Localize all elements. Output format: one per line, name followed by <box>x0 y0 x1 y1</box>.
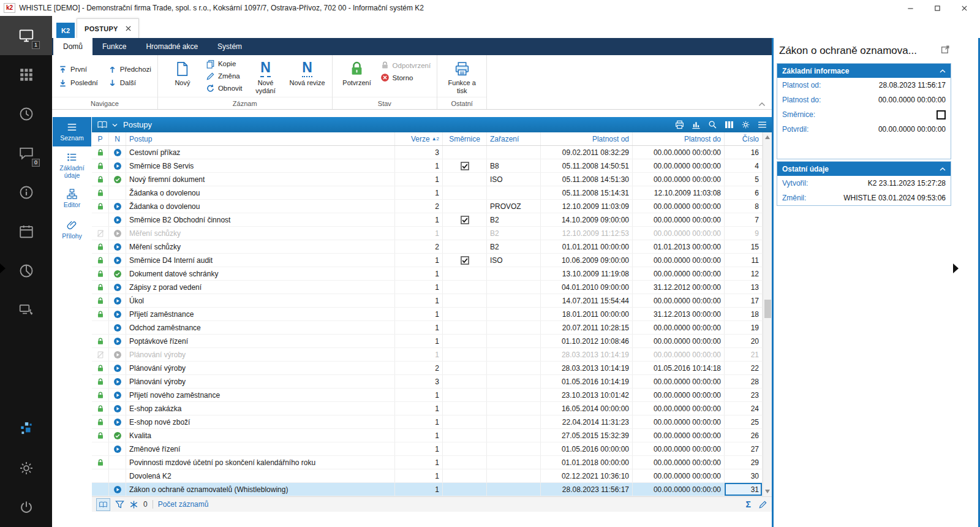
open-in-new-window-icon[interactable] <box>941 45 950 54</box>
table-row[interactable]: Směrnice D4 Interní audit1ISO10.06.2009 … <box>92 254 763 267</box>
sidebar-item-modules[interactable] <box>0 55 52 94</box>
new-issue-button[interactable]: N Nové vydání <box>247 58 284 94</box>
table-row[interactable]: Nový firemní dokument1ISO05.11.2008 14:5… <box>92 173 763 186</box>
tab-postupy[interactable]: POSTUPY <box>77 18 139 38</box>
sidebar-item-workspace[interactable]: 1 <box>0 16 52 55</box>
filter-icon[interactable] <box>115 500 124 509</box>
sidebar-item-calendar[interactable] <box>0 212 52 251</box>
nav-item-prilohy[interactable]: Přílohy <box>53 215 91 245</box>
book-icon[interactable] <box>97 121 108 129</box>
print-icon[interactable] <box>675 120 684 129</box>
vertical-scrollbar[interactable] <box>763 132 772 496</box>
table-row[interactable]: Zápisy z porad vedení104.01.2010 09:00:0… <box>92 281 763 294</box>
search-icon[interactable] <box>708 120 717 129</box>
column-header-p[interactable]: P <box>92 132 109 145</box>
scroll-down-arrow[interactable] <box>765 490 770 493</box>
table-row[interactable]: Žádanka o dovolenou105.11.2008 15:14:311… <box>92 186 763 200</box>
table-row[interactable]: Přijetí nového zaměstnance123.10.2013 10… <box>92 389 763 402</box>
splitter-collapse-handle[interactable] <box>0 264 6 273</box>
sidebar-item-settings[interactable] <box>0 449 52 488</box>
settings-icon[interactable] <box>741 120 750 129</box>
table-row[interactable]: Směrnice B8 Servis1B805.11.2008 14:50:51… <box>92 159 763 173</box>
table-row[interactable]: Plánování výroby228.03.2013 10:14:1901.0… <box>92 362 763 375</box>
maximize-button[interactable] <box>924 0 951 16</box>
close-button[interactable] <box>951 0 978 16</box>
table-row[interactable]: Cestovní příkaz309.02.2011 08:32:2900.00… <box>92 146 763 159</box>
table-row[interactable]: Změnové řízení101.05.2016 00:00:0000.00.… <box>92 442 763 456</box>
scrollbar-thumb[interactable] <box>764 300 771 318</box>
table-row[interactable]: Dovolená K2102.12.2021 10:36:1000.00.000… <box>92 469 763 483</box>
new-revision-button[interactable]: N Nová revize <box>289 58 326 94</box>
table-row[interactable]: Měření schůzky2B201.01.2011 00:00:0001.0… <box>92 240 763 254</box>
panel-collapse-handle[interactable] <box>953 264 959 273</box>
change-button[interactable]: Změna <box>206 72 243 81</box>
nav-item-editor[interactable]: Editor <box>53 184 91 213</box>
sidebar-item-history[interactable] <box>0 94 52 134</box>
previous-record-button[interactable]: Předchozi <box>108 65 151 74</box>
next-record-button[interactable]: Další <box>108 78 151 88</box>
table-row[interactable]: Přijetí zaměstnance118.01.2011 00:00:003… <box>92 308 763 321</box>
table-row[interactable]: Směrnice B2 Obchodní činnost1B214.10.200… <box>92 213 763 227</box>
confirm-button[interactable]: Potvrzení <box>339 58 375 94</box>
table-row[interactable]: Plánování výroby128.03.2013 10:14:1900.0… <box>92 348 763 362</box>
collapse-ribbon-icon[interactable] <box>758 102 766 107</box>
table-row[interactable]: Zákon o ochraně oznamovatelů (Whistleblo… <box>92 483 763 496</box>
copy-button[interactable]: Kopie <box>206 59 243 69</box>
table-row[interactable]: Dokument datové schránky113.10.2009 11:1… <box>92 267 763 281</box>
tab-k2[interactable]: K2 <box>56 23 75 38</box>
table-row[interactable]: Poptávkové řízení101.10.2012 10:08:4600.… <box>92 335 763 348</box>
chart-icon[interactable] <box>692 120 701 129</box>
table-row[interactable]: Povinnosti mzdové účetní po skončení kal… <box>92 456 763 469</box>
functions-print-button[interactable]: Funkce a tisk <box>443 58 480 94</box>
column-header-zarazeni[interactable]: Zařazení <box>487 132 541 145</box>
column-header-verze[interactable]: Verze▲2 <box>395 132 443 145</box>
ribbon-tab-domu[interactable]: Domů <box>53 38 92 55</box>
table-row[interactable]: Úkol114.07.2011 15:54:4400.00.0000 00:00… <box>92 294 763 308</box>
asterisk-icon[interactable] <box>129 500 138 509</box>
column-header-platnost-od[interactable]: Platnost od <box>541 132 633 145</box>
column-header-postup[interactable]: Postup <box>126 132 395 145</box>
sidebar-item-reports[interactable] <box>0 251 52 290</box>
table-row[interactable]: Kvalita127.05.2015 15:32:3900.00.0000 00… <box>92 429 763 442</box>
table-row[interactable]: Odchod zaměstnance120.07.2011 10:28:1500… <box>92 321 763 335</box>
ribbon-tab-system[interactable]: Systém <box>208 38 252 55</box>
ribbon-tab-funkce[interactable]: Funkce <box>92 38 136 55</box>
refresh-button[interactable]: Obnovit <box>206 84 243 93</box>
sidebar-item-power[interactable] <box>0 488 52 527</box>
table-row[interactable]: Měření schůzky1B212.10.2009 11:12:5300.0… <box>92 227 763 240</box>
section-header-other[interactable]: Ostatní údaje <box>777 162 951 176</box>
last-record-button[interactable]: Poslední <box>58 78 98 88</box>
tab-close-icon[interactable] <box>126 26 131 31</box>
book-view-icon[interactable] <box>96 498 110 511</box>
new-record-button[interactable]: Nový <box>164 58 201 94</box>
table-row[interactable]: E-shop nové zboží122.04.2014 11:31:2300.… <box>92 415 763 429</box>
column-header-platnost-do[interactable]: Platnost do <box>633 132 725 145</box>
edit-icon[interactable] <box>758 500 767 509</box>
table-row[interactable]: Žádanka o dovolenou2PROVOZ12.10.2009 11:… <box>92 200 763 213</box>
storno-button[interactable]: Storno <box>380 73 431 82</box>
columns-icon[interactable] <box>725 121 734 129</box>
column-header-n[interactable]: N <box>109 132 126 145</box>
sidebar-item-remote-support[interactable] <box>0 290 52 330</box>
table-row[interactable]: Plánování výroby301.05.2016 10:14:1900.0… <box>92 375 763 389</box>
nav-item-zakladni-udaje[interactable]: Základní údaje <box>53 148 91 182</box>
unconfirm-button[interactable]: Odpotvrzení <box>380 61 431 70</box>
ribbon-tab-hromadne-akce[interactable]: Hromadné akce <box>136 38 208 55</box>
detail-field: Platnost do:00.00.0000 00:00:00 <box>777 93 951 107</box>
chevron-down-icon[interactable] <box>112 123 118 127</box>
column-header-cislo[interactable]: Číslo <box>725 132 763 145</box>
menu-icon[interactable] <box>758 121 767 128</box>
minimize-button[interactable] <box>897 0 924 16</box>
sidebar-item-info[interactable] <box>0 173 52 212</box>
sidebar-item-k2-assistant[interactable] <box>0 409 52 449</box>
scroll-up-arrow[interactable] <box>765 135 770 139</box>
new-document-icon <box>174 59 190 78</box>
sum-icon[interactable]: Σ <box>746 499 751 509</box>
smernice-checkbox[interactable] <box>937 110 946 119</box>
nav-item-seznam[interactable]: Seznam <box>53 117 91 146</box>
sidebar-item-messages[interactable]: 0 <box>0 134 52 173</box>
table-row[interactable]: E-shop zakázka116.05.2014 00:00:0000.00.… <box>92 402 763 415</box>
column-header-smernice[interactable]: Směrnice <box>443 132 487 145</box>
first-record-button[interactable]: První <box>58 65 98 74</box>
section-header-basic[interactable]: Základní informace <box>777 64 951 78</box>
